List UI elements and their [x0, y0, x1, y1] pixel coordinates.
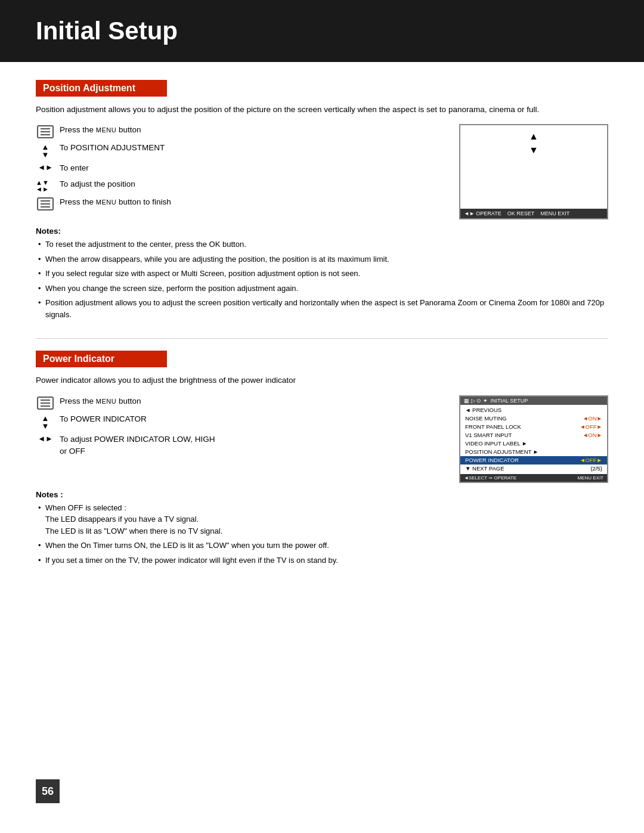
- note-item: If you select regular size with aspect o…: [36, 268, 608, 280]
- page-title: Initial Setup: [36, 17, 608, 45]
- instruction-text: Press the Menu button: [60, 395, 141, 407]
- content-area: Position Adjustment Position adjustment …: [0, 80, 644, 566]
- menu-icons: ▦ ▷ ⊙ ✦: [464, 398, 488, 404]
- menu-label: POWER INDICATOR: [465, 457, 519, 463]
- all-arrows-icon: ▲▼ ◄►: [36, 178, 55, 193]
- position-notes: Notes: To reset the adjustment to the ce…: [36, 227, 608, 320]
- screen-inner: ▲ ▼: [460, 125, 607, 209]
- note-item: To reset the adjustment to the center, p…: [36, 239, 608, 250]
- screen-reset: OK RESET: [507, 210, 535, 216]
- instruction-text: To enter: [60, 162, 89, 174]
- instruction-text: Press the Menu button: [60, 124, 141, 136]
- instruction-item: Press the Menu button: [36, 124, 441, 138]
- menu-button-icon3: [37, 397, 54, 410]
- position-instructions-row: Press the Menu button ▲▼ To POSITION ADJ…: [36, 124, 608, 219]
- menu-body: ◄ PREVIOUS NOISE MUTING ◄ON► FRONT PANEL…: [460, 405, 607, 474]
- note-item: Position adjustment allows you to adjust…: [36, 297, 608, 320]
- instruction-text: To POWER INDICATOR: [60, 413, 147, 425]
- menu-label: NOISE MUTING: [465, 415, 507, 422]
- menu-value: ◄OFF►: [580, 423, 602, 430]
- menu-label: ◄ PREVIOUS: [465, 407, 501, 413]
- leftright-arrow-icon: ◄►: [36, 433, 55, 442]
- instruction-text: To POSITION ADJUSTMENT: [60, 142, 165, 154]
- section-header-position: Position Adjustment: [36, 80, 167, 97]
- instruction-text: To adjust POWER INDICATOR LOW, HIGHor OF…: [60, 433, 215, 458]
- title-bar: Initial Setup: [0, 0, 644, 62]
- note-item: When OFF is selected :The LED disappears…: [36, 502, 608, 537]
- menu-label: POSITION ADJUSTMENT ►: [465, 448, 538, 455]
- screen-bottom-bar: ◄► OPERATE OK RESET MENU EXIT: [460, 209, 607, 218]
- screen-down-arrow: ▼: [466, 145, 601, 156]
- menu-row-power-indicator: POWER INDICATOR ◄OFF►: [460, 456, 607, 465]
- menu-button-icon: [37, 125, 54, 138]
- position-instructions: Press the Menu button ▲▼ To POSITION ADJ…: [36, 124, 441, 213]
- menu-value: (2/5): [590, 465, 602, 472]
- note-item: When the arrow disappears, while you are…: [36, 253, 608, 265]
- menu-row-noise: NOISE MUTING ◄ON►: [460, 414, 607, 423]
- section-position-adjustment: Position Adjustment Position adjustment …: [36, 80, 608, 320]
- menu-value: ◄ON►: [583, 432, 602, 438]
- leftright-arrow-icon: ◄►: [36, 162, 55, 171]
- power-notes: Notes : When OFF is selected :The LED di…: [36, 490, 608, 566]
- menu-row-panel-lock: FRONT PANEL LOCK ◄OFF►: [460, 423, 607, 431]
- instruction-item: Press the Menu button: [36, 395, 441, 410]
- notes-title: Notes:: [36, 227, 608, 236]
- position-screen-mockup: ▲ ▼ ◄► OPERATE OK RESET MENU EXIT: [459, 124, 608, 219]
- screen-operate: ◄► OPERATE: [464, 210, 501, 216]
- menu-title-bar: ▦ ▷ ⊙ ✦ INITIAL SETUP: [460, 397, 607, 405]
- menu-row-position: POSITION ADJUSTMENT ►: [460, 448, 607, 456]
- section-divider: [36, 338, 608, 339]
- note-item: When you change the screen size, perform…: [36, 283, 608, 295]
- instruction-item: ▲▼ To POSITION ADJUSTMENT: [36, 142, 441, 159]
- notes-list: To reset the adjustment to the center, p…: [36, 239, 608, 320]
- note-item: If you set a timer on the TV, the power …: [36, 555, 608, 566]
- menu-label: FRONT PANEL LOCK: [465, 423, 521, 430]
- power-instructions: Press the Menu button ▲▼ To POWER INDICA…: [36, 395, 441, 462]
- menu-icon: [36, 124, 55, 138]
- notes-list: When OFF is selected :The LED disappears…: [36, 502, 608, 566]
- power-menu-screen: ▦ ▷ ⊙ ✦ INITIAL SETUP ◄ PREVIOUS NOISE M…: [459, 395, 608, 483]
- menu-label: VIDEO INPUT LABEL ►: [465, 440, 527, 447]
- menu-icon: [36, 196, 55, 210]
- instruction-item: ▲▼ ◄► To adjust the position: [36, 178, 441, 193]
- menu-value: ◄OFF►: [580, 457, 602, 463]
- instruction-text: To adjust the position: [60, 178, 135, 190]
- instruction-text: Press the Menu button to finish: [60, 196, 171, 208]
- menu-footer-exit: MENU EXIT: [577, 475, 603, 481]
- menu-row-next-page: ▼ NEXT PAGE (2/5): [460, 465, 607, 473]
- page: Initial Setup Position Adjustment Positi…: [0, 0, 644, 833]
- page-number: 56: [36, 779, 60, 803]
- menu-value: ◄ON►: [583, 415, 602, 422]
- instruction-item: Press the Menu button to finish: [36, 196, 441, 210]
- position-desc: Position adjustment allows you to adjust…: [36, 104, 608, 116]
- menu-label: V1 SMART INPUT: [465, 432, 512, 438]
- section-header-power: Power Indicator: [36, 351, 167, 367]
- section-power-indicator: Power Indicator Power indicator allows y…: [36, 351, 608, 566]
- power-desc: Power indicator allows you to adjust the…: [36, 374, 608, 386]
- power-instructions-row: Press the Menu button ▲▼ To POWER INDICA…: [36, 395, 608, 483]
- menu-icon: [36, 395, 55, 410]
- menu-button-icon2: [37, 197, 54, 210]
- menu-label: ▼ NEXT PAGE: [465, 465, 504, 472]
- notes-title: Notes :: [36, 490, 608, 499]
- menu-footer-select: ◄SELECT ⇒ OPERATE: [464, 475, 516, 481]
- updown-arrow-icon: ▲▼: [36, 413, 55, 430]
- menu-row-smart-input: V1 SMART INPUT ◄ON►: [460, 431, 607, 439]
- note-item: When the On Timer turns ON, the LED is l…: [36, 540, 608, 552]
- menu-title-text: INITIAL SETUP: [491, 398, 528, 404]
- instruction-item: ◄► To adjust POWER INDICATOR LOW, HIGHor…: [36, 433, 441, 458]
- updown-arrow-icon: ▲▼: [36, 142, 55, 159]
- screen-up-arrow: ▲: [466, 131, 601, 142]
- screen-exit: MENU EXIT: [540, 210, 569, 216]
- menu-row-video-label: VIDEO INPUT LABEL ►: [460, 439, 607, 448]
- instruction-item: ◄► To enter: [36, 162, 441, 174]
- menu-row-previous: ◄ PREVIOUS: [460, 406, 607, 414]
- menu-footer: ◄SELECT ⇒ OPERATE MENU EXIT: [460, 474, 607, 482]
- instruction-item: ▲▼ To POWER INDICATOR: [36, 413, 441, 430]
